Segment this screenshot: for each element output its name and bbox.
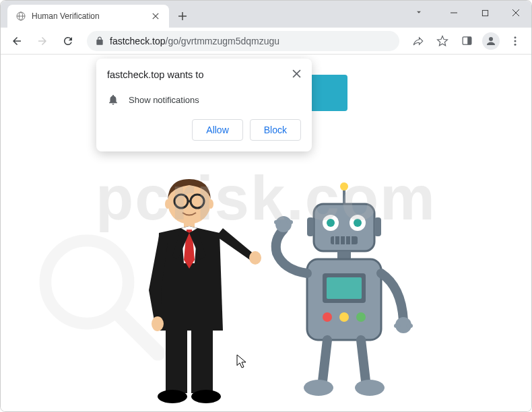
notification-permission-popup: fastcheck.top wants to Show notification…	[96, 59, 312, 151]
reload-button[interactable]	[57, 30, 79, 52]
bookmark-star-icon[interactable]	[432, 30, 453, 52]
svg-point-41	[327, 219, 335, 227]
globe-icon	[15, 11, 26, 22]
svg-point-15	[514, 40, 517, 42]
new-tab-button[interactable]	[173, 7, 192, 26]
svg-rect-53	[327, 277, 362, 299]
window-controls	[438, 1, 531, 25]
svg-point-43	[354, 219, 362, 227]
url-domain: fastcheck.top	[110, 36, 166, 46]
svg-point-26	[208, 199, 213, 209]
cursor-icon	[236, 354, 248, 370]
svg-point-14	[514, 36, 517, 38]
address-bar[interactable]: fastcheck.top/go/gvrtmmzugm5dqmzugu	[87, 31, 399, 51]
close-button[interactable]	[500, 1, 531, 25]
popup-title: fastcheck.top wants to	[107, 69, 203, 80]
toolbar: fastcheck.top/go/gvrtmmzugm5dqmzugu	[1, 28, 531, 55]
page-content: pcrisk.com fastcheck.top wants to Show n…	[1, 55, 531, 412]
block-button[interactable]: Block	[250, 119, 301, 141]
side-panel-icon[interactable]	[456, 30, 477, 52]
verify-button[interactable]	[307, 75, 347, 111]
svg-line-63	[323, 340, 327, 381]
svg-rect-38	[307, 217, 314, 236]
url-text: fastcheck.top/go/gvrtmmzugm5dqmzugu	[110, 36, 279, 46]
svg-point-13	[489, 37, 493, 41]
tab-close-icon[interactable]	[150, 11, 161, 22]
svg-point-35	[340, 182, 348, 191]
svg-line-18	[119, 314, 158, 353]
forward-button[interactable]	[32, 30, 53, 52]
svg-point-55	[339, 312, 349, 322]
profile-button[interactable]	[480, 30, 502, 52]
minimize-button[interactable]	[438, 1, 469, 25]
svg-rect-61	[394, 324, 401, 328]
svg-point-66	[355, 380, 385, 396]
svg-rect-59	[286, 220, 293, 224]
svg-rect-39	[374, 217, 381, 236]
svg-point-29	[249, 251, 261, 265]
allow-button[interactable]: Allow	[192, 119, 242, 141]
svg-line-64	[361, 340, 366, 381]
svg-rect-1	[482, 10, 488, 15]
menu-icon[interactable]	[504, 30, 526, 52]
maximize-button[interactable]	[469, 1, 500, 25]
robot-illustration	[274, 182, 413, 396]
tab-title: Human Verification	[32, 11, 145, 21]
svg-point-25	[165, 199, 170, 209]
url-path: /go/gvrtmmzugm5dqmzugu	[166, 36, 280, 46]
lock-icon	[95, 36, 104, 46]
back-button[interactable]	[6, 30, 28, 52]
share-icon[interactable]	[407, 30, 429, 52]
close-icon[interactable]	[292, 69, 301, 78]
svg-point-54	[323, 312, 332, 322]
watermark-magnifier-icon	[28, 223, 176, 371]
svg-point-56	[356, 312, 366, 322]
svg-rect-49	[337, 251, 351, 259]
chevron-down-icon[interactable]	[414, 7, 424, 17]
toolbar-icons	[407, 30, 526, 52]
permission-text: Show notifications	[129, 95, 199, 105]
svg-rect-58	[274, 220, 281, 224]
svg-rect-62	[406, 324, 413, 328]
svg-point-65	[304, 380, 333, 396]
bell-icon	[107, 94, 119, 106]
svg-point-32	[158, 390, 187, 403]
svg-rect-12	[467, 37, 471, 44]
svg-point-16	[514, 43, 517, 45]
browser-tab[interactable]: Human Verification	[7, 5, 169, 28]
svg-point-33	[191, 390, 221, 403]
svg-rect-31	[191, 329, 213, 393]
